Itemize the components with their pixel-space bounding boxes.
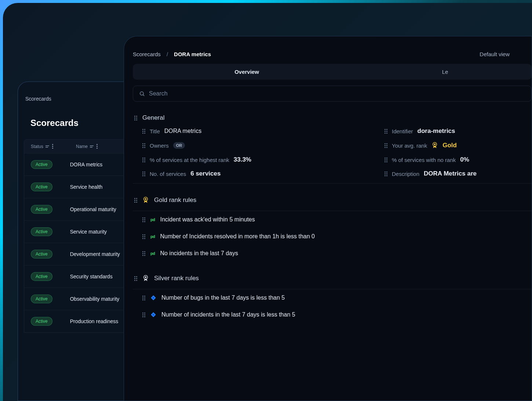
sort-icon[interactable] [90,145,94,148]
column-status-label: Status [31,144,43,149]
gold-rules-section: Gold rank rules pdIncident was ack'ed wi… [133,193,532,262]
tab-other[interactable]: Le [360,65,531,79]
tab-overview[interactable]: Overview [134,65,360,79]
search-bar[interactable] [133,86,532,102]
field-title: Title DORA metrics [142,127,370,135]
drag-handle-icon[interactable] [134,116,137,120]
status-badge: Active [31,160,52,169]
rule-text: Number of Incidents resolved in more tha… [160,233,315,240]
drag-handle-icon[interactable] [142,313,145,317]
column-name-label: Name [76,144,88,149]
field-value: DORA metrics [164,128,201,134]
drag-handle-icon[interactable] [142,251,145,256]
field-num-services: No. of services 6 services [142,170,370,177]
svg-point-5 [145,198,147,200]
field-label: Your avg. rank [392,142,427,149]
drag-handle-icon[interactable] [142,217,145,222]
drag-handle-icon[interactable] [385,129,387,134]
field-value: DORA Metrics are [424,170,477,177]
scorecard-name: Service maturity [70,229,107,235]
field-label: Title [150,128,160,134]
scorecard-detail-card: Scorecards / DORA metrics Default view O… [124,36,532,401]
status-badge: Active [31,250,52,259]
sort-icon[interactable] [45,145,49,148]
field-avg-rank: Your avg. rank Gold [385,141,532,149]
breadcrumb-separator: / [167,51,168,57]
field-value: 6 services [190,170,221,177]
rule-row[interactable]: pdNumber of Incidents resolved in more t… [133,228,532,245]
rule-text: No incidents in the last 7 days [160,250,238,257]
drag-handle-icon[interactable] [142,296,145,300]
rule-row[interactable]: Number of bugs in the last 7 days is les… [133,289,532,306]
pagerduty-icon: pd [150,251,155,256]
pagerduty-icon: pd [150,217,155,222]
status-badge: Active [31,295,52,303]
rule-text: Number of bugs in the last 7 days is les… [161,295,285,301]
drag-handle-icon[interactable] [142,171,145,176]
rule-row[interactable]: Number of incidents in the last 7 days i… [133,306,532,323]
search-icon [139,91,145,97]
drag-handle-icon[interactable] [385,143,387,148]
status-badge: Active [31,317,52,326]
scorecard-name: Service health [70,184,103,190]
scorecard-name: Security standards [70,274,113,279]
medal-gold-icon [431,141,438,149]
rule-row[interactable]: pdIncident was ack'ed within 5 minutes [133,211,532,228]
drag-handle-icon[interactable] [142,234,145,239]
kebab-icon[interactable] [51,143,54,149]
breadcrumb-current: DORA metrics [174,51,211,57]
scorecard-name: Operational maturity [70,206,116,212]
field-label: % of services at the highest rank [150,157,229,163]
medal-silver-icon [142,274,149,282]
svg-line-1 [143,94,144,95]
field-value: Gold [442,142,457,149]
rule-text: Incident was ack'ed within 5 minutes [160,216,255,223]
section-heading: Gold rank rules [154,196,196,204]
field-label: Identifier [392,128,413,134]
field-owners: Owners OR [142,141,370,149]
field-value: 33.3% [234,156,251,163]
field-value: dora-metrics [418,127,455,135]
medal-gold-icon [142,196,149,204]
drag-handle-icon[interactable] [385,171,387,176]
rule-text: Number of incidents in the last 7 days i… [161,311,295,318]
svg-point-0 [140,91,143,95]
status-badge: Active [31,183,52,191]
scorecard-name: DORA metrics [70,162,103,167]
field-label: Owners [150,142,169,149]
drag-handle-icon[interactable] [385,158,387,162]
drag-handle-icon[interactable] [142,129,145,134]
status-badge: Active [31,227,52,236]
jira-icon [150,295,156,301]
status-badge: Active [31,272,52,281]
tabs: Overview Le [133,64,532,80]
field-pct-no-rank: % of services with no rank 0% [385,156,532,163]
drag-handle-icon[interactable] [134,198,137,203]
scorecard-name: Development maturity [70,251,120,257]
status-badge: Active [31,205,52,214]
kebab-icon[interactable] [96,143,98,149]
breadcrumb: Scorecards / DORA metrics Default view [133,47,532,64]
view-selector[interactable]: Default view [480,51,510,57]
field-value: 0% [460,156,469,163]
column-status[interactable]: Status [31,143,54,149]
column-name[interactable]: Name [76,143,98,149]
jira-icon [150,312,156,318]
pagerduty-icon: pd [150,234,155,239]
field-label: % of services with no rank [392,157,456,163]
drag-handle-icon[interactable] [142,158,145,162]
rule-row[interactable]: pdNo incidents in the last 7 days [133,245,532,262]
scorecard-name: Production readiness [70,318,119,324]
section-heading: Silver rank rules [154,275,199,282]
drag-handle-icon[interactable] [134,276,137,281]
owners-chip[interactable]: OR [173,142,185,149]
drag-handle-icon[interactable] [142,143,145,148]
general-section: General Title DORA metrics Identifier do… [133,111,532,184]
field-identifier: Identifier dora-metrics [385,127,532,135]
breadcrumb-root[interactable]: Scorecards [133,51,161,57]
field-description: Description DORA Metrics are [385,170,532,177]
search-input[interactable] [149,90,525,97]
svg-point-3 [434,144,436,145]
silver-rules-section: Silver rank rules Number of bugs in the … [133,271,532,323]
scorecard-name: Observability maturity [70,296,120,302]
